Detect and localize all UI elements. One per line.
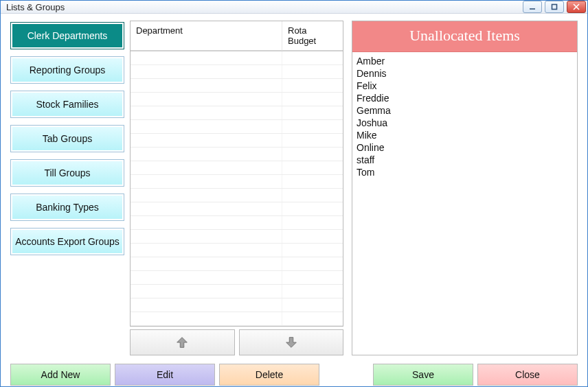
table-row[interactable] (131, 298, 343, 312)
table-row[interactable] (131, 93, 343, 106)
nav-item-label: Reporting Groups (12, 58, 122, 82)
bottom-buttons: Add New Edit Delete Save Close (10, 364, 578, 386)
window: Lists & Groups Clerk Departments Reporti… (0, 0, 588, 387)
table-row[interactable] (131, 202, 343, 216)
grid-column: Department Rota Budget (130, 21, 343, 355)
grid-header: Department Rota Budget (131, 21, 343, 51)
minimize-button[interactable] (523, 1, 542, 13)
nav-item-label: Tab Groups (12, 127, 122, 150)
table-row[interactable] (131, 175, 343, 189)
grid-header-rota-budget[interactable]: Rota Budget (282, 21, 343, 51)
list-item[interactable]: Mike (357, 129, 573, 141)
nav-tab-groups[interactable]: Tab Groups (10, 125, 124, 152)
grid-body[interactable] (131, 51, 343, 326)
delete-button[interactable]: Delete (219, 364, 319, 386)
nav-item-label: Till Groups (12, 161, 122, 185)
reorder-controls (130, 329, 343, 355)
table-row[interactable] (131, 134, 343, 148)
list-item[interactable]: Freddie (357, 92, 573, 104)
arrow-down-icon (284, 335, 299, 350)
table-row[interactable] (131, 148, 343, 161)
list-item[interactable]: Gemma (357, 104, 573, 117)
table-row[interactable] (131, 257, 343, 271)
nav-item-label: Stock Families (12, 93, 122, 116)
table-row[interactable] (131, 271, 343, 285)
unallocated-panel: Unallocated Items AmberDennisFelixFreddi… (352, 21, 578, 355)
table-row[interactable] (131, 120, 343, 134)
nav-item-label: Banking Types (12, 196, 122, 219)
edit-button[interactable]: Edit (115, 364, 215, 386)
unallocated-list[interactable]: AmberDennisFelixFreddieGemmaJoshuaMikeOn… (352, 52, 577, 355)
nav-item-label: Accounts Export Groups (12, 230, 122, 253)
table-row[interactable] (131, 51, 343, 65)
window-controls (523, 1, 586, 13)
table-row[interactable] (131, 244, 343, 257)
table-row[interactable] (131, 285, 343, 298)
table-row[interactable] (131, 65, 343, 79)
table-row[interactable] (131, 216, 343, 230)
department-grid[interactable]: Department Rota Budget (130, 21, 343, 327)
close-window-button[interactable] (567, 1, 586, 13)
list-item[interactable]: Tom (357, 166, 573, 178)
move-down-button[interactable] (239, 329, 344, 355)
svg-rect-1 (552, 5, 557, 10)
table-row[interactable] (131, 161, 343, 175)
move-up-button[interactable] (130, 329, 235, 355)
nav-clerk-departments[interactable]: Clerk Departments (10, 22, 124, 49)
add-new-button[interactable]: Add New (10, 364, 111, 386)
window-title: Lists & Groups (6, 2, 523, 12)
grid-header-department[interactable]: Department (131, 21, 282, 51)
table-row[interactable] (131, 230, 343, 244)
nav-item-label: Clerk Departments (12, 24, 122, 47)
table-row[interactable] (131, 312, 343, 326)
nav-till-groups[interactable]: Till Groups (10, 159, 124, 187)
client-area: Clerk Departments Reporting Groups Stock… (1, 14, 587, 387)
list-item[interactable]: Dennis (357, 67, 573, 80)
list-item[interactable]: Joshua (357, 117, 573, 129)
close-icon (573, 3, 580, 10)
save-button[interactable]: Save (373, 364, 473, 386)
unallocated-title: Unallocated Items (352, 21, 577, 52)
list-item[interactable]: staff (357, 154, 573, 166)
nav-reporting-groups[interactable]: Reporting Groups (10, 56, 124, 84)
nav-stock-families[interactable]: Stock Families (10, 91, 124, 118)
close-button[interactable]: Close (477, 364, 578, 386)
maximize-button[interactable] (545, 1, 564, 13)
arrow-up-icon (174, 335, 190, 350)
titlebar: Lists & Groups (1, 1, 587, 14)
nav-column: Clerk Departments Reporting Groups Stock… (10, 21, 124, 355)
table-row[interactable] (131, 106, 343, 120)
list-item[interactable]: Online (357, 141, 573, 154)
list-item[interactable]: Felix (357, 80, 573, 92)
nav-banking-types[interactable]: Banking Types (10, 194, 124, 221)
main-row: Clerk Departments Reporting Groups Stock… (10, 21, 578, 355)
list-item[interactable]: Amber (357, 55, 573, 67)
button-spacer (324, 364, 369, 386)
table-row[interactable] (131, 189, 343, 202)
nav-accounts-export-groups[interactable]: Accounts Export Groups (10, 228, 124, 255)
table-row[interactable] (131, 79, 343, 93)
minimize-icon (529, 3, 536, 10)
maximize-icon (551, 3, 558, 10)
